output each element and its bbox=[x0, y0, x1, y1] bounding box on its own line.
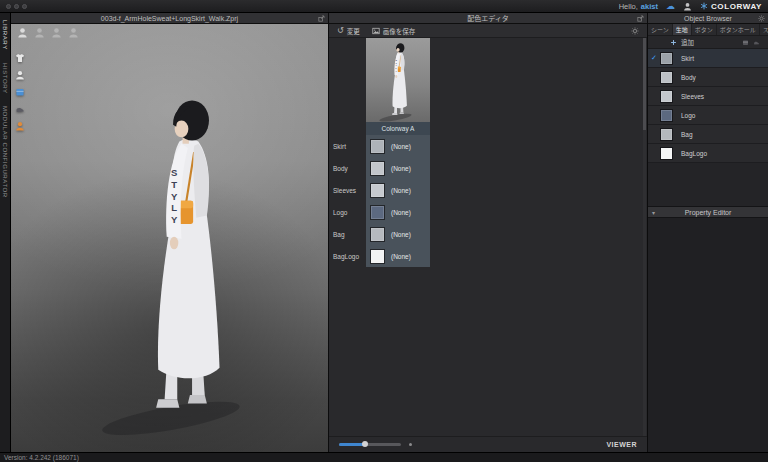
texture-name: (None) bbox=[391, 209, 411, 216]
object-swatch[interactable] bbox=[660, 128, 673, 141]
change-button[interactable]: ↺ 変更 bbox=[337, 26, 360, 36]
username[interactable]: akist bbox=[641, 2, 658, 11]
tab-button[interactable]: ボタン bbox=[692, 24, 717, 35]
scrollbar[interactable] bbox=[643, 38, 646, 436]
colorway-content: Colorway A Skirt (None) Body (None) Slee… bbox=[329, 38, 647, 436]
colorway-row[interactable]: BagLogo (None) bbox=[329, 245, 647, 267]
colorway-thumbnail[interactable] bbox=[366, 38, 430, 122]
color-swatch[interactable] bbox=[370, 139, 385, 154]
colorway-row[interactable]: Logo (None) bbox=[329, 201, 647, 223]
avatar-skin-icon[interactable] bbox=[68, 27, 79, 38]
pose-icon[interactable] bbox=[15, 121, 25, 131]
object-item[interactable]: ✓ Skirt bbox=[648, 49, 768, 68]
shoes-icon[interactable] bbox=[15, 104, 25, 114]
tab-scene[interactable]: シーン bbox=[648, 24, 673, 35]
zoom-slider[interactable] bbox=[339, 443, 401, 446]
texture-name: (None) bbox=[391, 187, 411, 194]
viewport-titlebar[interactable]: 003d-f_ArmHoleSweat+LongSkirt_Walk.Zprj bbox=[11, 13, 328, 24]
scrollbar-thumb[interactable] bbox=[643, 38, 646, 130]
colorway-row-label: Bag bbox=[329, 231, 366, 238]
greeting: Hello, akist bbox=[619, 2, 658, 11]
gear-icon[interactable] bbox=[758, 15, 765, 22]
avatar-mesh-icon[interactable] bbox=[34, 27, 45, 38]
colorway-logo-icon bbox=[700, 2, 708, 10]
cloud-sync-icon[interactable]: ☁ bbox=[666, 2, 675, 11]
change-button-label: 変更 bbox=[347, 26, 360, 36]
right-panel: Object Browser シーン 生地 ボタン ボタンホール ステ... 追… bbox=[648, 13, 768, 452]
colorway-titlebar[interactable]: 配色エディタ bbox=[329, 13, 647, 24]
slider-tick bbox=[409, 443, 412, 446]
avatar-display-icon[interactable] bbox=[17, 27, 28, 38]
avatar-pose-icon[interactable] bbox=[51, 27, 62, 38]
colorway-name[interactable]: Colorway A bbox=[366, 122, 430, 135]
save-image-button[interactable]: 画像を保存 bbox=[372, 26, 416, 36]
texture-name: (None) bbox=[391, 231, 411, 238]
property-editor: ▾ Property Editor bbox=[648, 206, 768, 452]
object-item[interactable]: Body bbox=[648, 68, 768, 87]
object-item[interactable]: Sleeves bbox=[648, 87, 768, 106]
object-swatch[interactable] bbox=[660, 52, 673, 65]
object-item[interactable]: BagLogo bbox=[648, 144, 768, 163]
colorway-row-label: BagLogo bbox=[329, 253, 366, 260]
color-swatch[interactable] bbox=[370, 205, 385, 220]
texture-name: (None) bbox=[391, 165, 411, 172]
fabric-icon[interactable] bbox=[15, 87, 25, 97]
object-browser-tabs: シーン 生地 ボタン ボタンホール ステ... bbox=[648, 24, 768, 36]
viewport-toolbar bbox=[17, 27, 79, 38]
object-list: ✓ Skirt Body Sleeves Logo bbox=[648, 49, 768, 163]
window-controls[interactable] bbox=[6, 4, 27, 9]
rail-tab-history[interactable]: HISTORY bbox=[2, 63, 8, 94]
rail-tab-modular-configurator[interactable]: MODULAR CONFIGURATOR bbox=[2, 106, 8, 198]
object-swatch[interactable] bbox=[660, 147, 673, 160]
viewport-canvas[interactable] bbox=[11, 24, 328, 452]
rail-tab-library[interactable]: LIBRARY bbox=[2, 20, 8, 50]
save-image-label: 画像を保存 bbox=[383, 26, 416, 36]
object-swatch[interactable] bbox=[660, 109, 673, 122]
object-item[interactable]: Bag bbox=[648, 125, 768, 144]
gear-icon[interactable] bbox=[631, 27, 639, 35]
object-label: Logo bbox=[681, 112, 695, 119]
color-swatch[interactable] bbox=[370, 161, 385, 176]
brand-logo: COLORWAY bbox=[700, 2, 762, 11]
add-button[interactable]: 追加 bbox=[681, 37, 694, 47]
colorway-row-label: Sleeves bbox=[329, 187, 366, 194]
object-swatch[interactable] bbox=[660, 90, 673, 103]
statusbar: Version: 4.2.242 (186071) bbox=[0, 452, 768, 462]
viewport-panel: 003d-f_ArmHoleSweat+LongSkirt_Walk.Zprj bbox=[11, 13, 328, 452]
colorway-row[interactable]: Sleeves (None) bbox=[329, 179, 647, 201]
copy-icon[interactable] bbox=[742, 39, 749, 46]
user-account-icon[interactable] bbox=[683, 2, 692, 11]
tab-fabric[interactable]: 生地 bbox=[673, 24, 692, 35]
topbar: Hello, akist ☁ COLORWAY bbox=[0, 0, 768, 13]
color-swatch[interactable] bbox=[370, 183, 385, 198]
object-label: Skirt bbox=[681, 55, 694, 62]
delete-icon[interactable] bbox=[753, 39, 760, 46]
colorway-row[interactable]: Skirt (None) bbox=[329, 135, 647, 157]
object-browser-titlebar[interactable]: Object Browser bbox=[648, 13, 768, 24]
object-label: Sleeves bbox=[681, 93, 704, 100]
tab-stitch[interactable]: ステ... bbox=[760, 24, 768, 35]
object-item[interactable]: Logo bbox=[648, 106, 768, 125]
colorway-row[interactable]: Body (None) bbox=[329, 157, 647, 179]
tab-buttonhole[interactable]: ボタンホール bbox=[717, 24, 760, 35]
colorway-row-label: Body bbox=[329, 165, 366, 172]
color-swatch[interactable] bbox=[370, 249, 385, 264]
texture-name: (None) bbox=[391, 253, 411, 260]
colorway-row-label: Logo bbox=[329, 209, 366, 216]
colorway-row[interactable]: Bag (None) bbox=[329, 223, 647, 245]
avatar-3d-model[interactable] bbox=[97, 82, 266, 442]
color-swatch[interactable] bbox=[370, 227, 385, 242]
left-rail: LIBRARY HISTORY MODULAR CONFIGURATOR bbox=[0, 13, 11, 452]
undock-icon[interactable] bbox=[637, 15, 644, 22]
colorway-row-label: Skirt bbox=[329, 143, 366, 150]
undock-icon[interactable] bbox=[318, 15, 325, 22]
avatar-icon[interactable] bbox=[15, 70, 25, 80]
plus-icon[interactable] bbox=[670, 39, 677, 46]
texture-name: (None) bbox=[391, 143, 411, 150]
brand-name: COLORWAY bbox=[711, 2, 762, 11]
slider-handle[interactable] bbox=[362, 441, 368, 447]
object-swatch[interactable] bbox=[660, 71, 673, 84]
garment-icon[interactable] bbox=[15, 53, 25, 63]
object-label: BagLogo bbox=[681, 150, 707, 157]
property-editor-header[interactable]: ▾ Property Editor bbox=[648, 206, 768, 218]
